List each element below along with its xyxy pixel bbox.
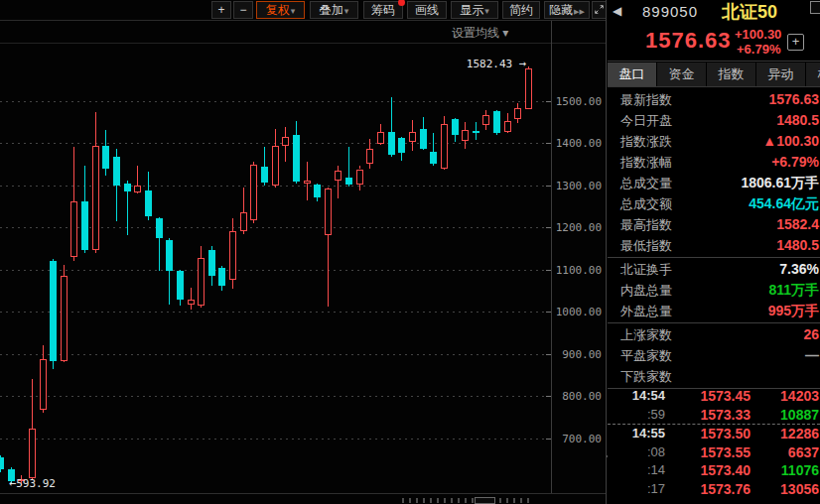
candle-wick [43,345,44,359]
candle-wick [391,97,392,132]
candle-wick [496,133,497,135]
candle-wick [423,149,424,150]
candle-wick [307,162,308,180]
tick-volume: 12286 [780,425,819,443]
candle [356,170,363,185]
candle [261,167,268,184]
stock-name: 北证50 [722,0,777,24]
candle-wick [380,144,381,145]
candle [250,165,257,219]
candle-wick [191,288,192,300]
tab-bankuai[interactable]: 板块 [806,63,820,86]
candle-wick [455,135,456,142]
quote-header: ◀ 899050 北证50 1576.63 +100.30 +6.79% + [608,0,820,62]
candle-wick [285,127,286,137]
back-arrow-icon[interactable]: ◀ [613,4,621,18]
candle-wick [412,142,413,151]
candle-wick [201,246,202,258]
candle-wick [137,192,138,193]
candle-wick [243,231,244,233]
candle [102,146,109,169]
candle [92,146,99,250]
stat-row-index-change: 指数涨跌▲100.30 [608,131,820,152]
candle-wick [105,130,106,147]
add-to-watchlist-button[interactable]: + [787,34,804,51]
candle-wick [517,119,518,122]
candle-wick [201,306,202,308]
stat-row-index-pct: 指数涨幅+6.79% [608,152,820,173]
stat-value-advancers: 26 [803,324,819,345]
y-axis-label: 700.00 [552,433,602,445]
candle-wick [369,164,370,170]
stat-label-high-index: 最高指数 [620,214,672,235]
candle [177,271,184,300]
candle [145,190,152,216]
candle-wick [275,129,276,146]
candle-wick [32,379,33,429]
y-axis-line [551,21,552,493]
candle-wick [401,153,402,161]
last-price: 1576.63 [645,28,732,54]
stat-label-inner-volume: 内盘总量 [620,280,672,301]
candle [188,300,195,305]
tick-time: :17 [621,480,665,499]
candle-wick [127,191,128,235]
tab-zijin[interactable]: 资金 [657,63,707,86]
section-divider [608,322,820,323]
candle [166,240,173,271]
panel-splitter[interactable] [606,0,607,504]
chart-pane: + − 复权▾ 叠加▾ 筹码 画线 显示▾ 简约 隐藏▶▶ 设置均线 ▾ 150… [0,0,606,504]
candle-wick [264,147,265,166]
tick-list[interactable]: 14:541573.4514203:591573.331088714:55157… [608,387,820,498]
candle [473,131,479,133]
candle-wick [307,184,308,200]
panel-tabs: 盘口资金指数异动板块 [608,63,820,87]
candle [229,231,236,279]
stat-row-total-turnover: 总成交额454.64亿元 [608,193,820,214]
tab-yidong[interactable]: 异动 [756,63,806,86]
stat-value-turnover-rate: 7.36% [779,259,819,280]
candle [272,146,279,186]
candle-wick [253,220,254,223]
candle-wick [116,186,117,222]
candle [377,132,384,144]
tick-time: 14:54 [621,387,665,406]
candle [409,132,416,142]
gridline [0,396,551,397]
candle-wick [338,181,339,199]
y-axis-label: 800.00 [552,390,602,403]
stat-value-total-turnover: 454.64亿元 [749,193,819,214]
tick-row: 14:551573.5012286 [608,425,820,443]
tick-price: 1573.76 [689,480,751,499]
tick-volume: 6637 [788,443,819,462]
low-price-annotation: ←593.92 [9,476,56,490]
candle-wick [433,133,434,152]
candle [240,212,247,231]
tick-time: :59 [621,406,665,425]
stat-row-total-volume: 总成交量1806.61万手 [608,173,820,193]
candle [50,261,57,360]
candle [208,250,215,277]
tab-pankou[interactable]: 盘口 [608,63,657,86]
arrow-right-icon: → [519,57,526,70]
candle-wick [95,250,96,253]
candle [420,129,427,149]
candle-wick [317,197,318,202]
candle-wick [433,164,434,166]
stat-label-index-pct: 指数涨幅 [620,152,672,173]
candle [345,178,352,184]
candle-wick [380,124,381,132]
candlestick-chart[interactable]: 1500.001400.001300.001200.001100.001000.… [0,0,606,504]
clipped-corner-button[interactable] [810,1,820,14]
tab-zhishu[interactable]: 指数 [707,63,756,86]
candle [504,121,511,131]
candle [124,184,131,191]
stat-label-index-change: 指数涨跌 [620,131,672,152]
tick-volume: 10887 [780,406,819,425]
stat-row-today-open: 今日开盘1480.5 [608,110,820,131]
candle-wick [348,185,349,187]
candle-wick [507,113,508,122]
candle [462,130,469,140]
candle [452,119,459,135]
gridline [0,101,551,102]
